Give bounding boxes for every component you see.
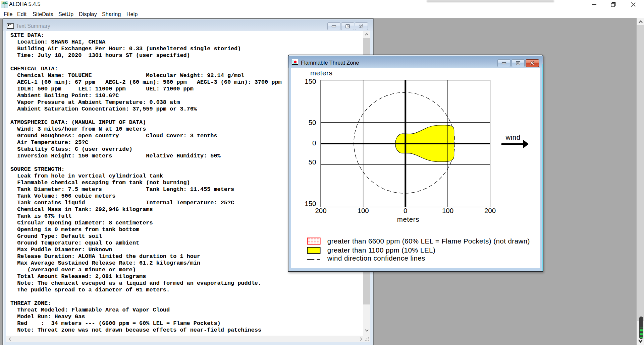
svg-text:wind direction confidence line: wind direction confidence lines (327, 254, 425, 262)
svg-text:meters: meters (397, 215, 419, 223)
svg-text:0: 0 (404, 207, 407, 214)
svg-text:50: 50 (309, 119, 316, 126)
svg-text:200: 200 (484, 207, 496, 214)
svg-text:200: 200 (315, 207, 326, 214)
svg-text:greater than 6600 ppm (60% LEL: greater than 6600 ppm (60% LEL = Flame P… (327, 237, 530, 245)
svg-text:0: 0 (312, 139, 316, 147)
svg-text:150: 150 (305, 77, 316, 85)
svg-text:50: 50 (309, 158, 316, 166)
svg-text:meters: meters (310, 69, 332, 77)
svg-text:wind: wind (505, 133, 520, 141)
svg-text:greater than 1100 ppm (10% LEL: greater than 1100 ppm (10% LEL) (327, 246, 435, 254)
svg-text:100: 100 (442, 207, 453, 214)
svg-text:100: 100 (357, 207, 369, 214)
svg-text:150: 150 (305, 200, 316, 207)
